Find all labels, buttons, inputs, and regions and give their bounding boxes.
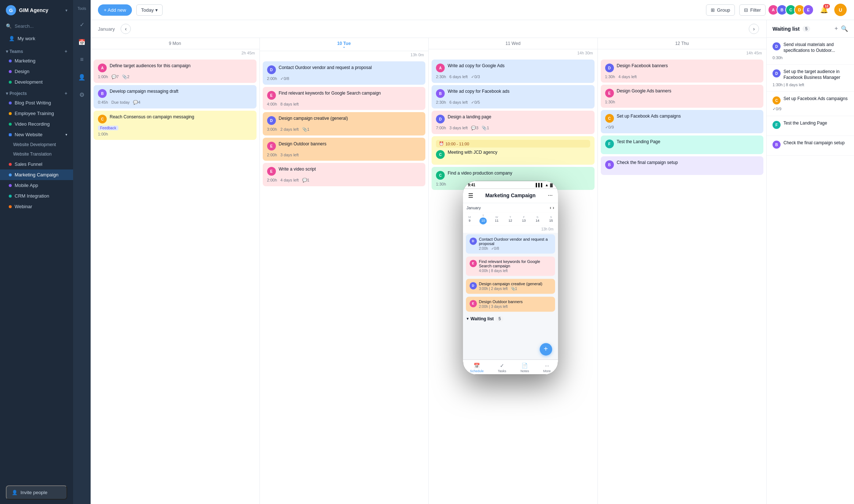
- task-card[interactable]: E Design Google Ads banners 1:30h: [601, 85, 764, 108]
- app-logo[interactable]: G GIM Agency ▾: [0, 0, 73, 20]
- tool-settings-icon[interactable]: ⚙: [76, 89, 88, 100]
- sidebar-item-training[interactable]: Employee Training: [0, 108, 73, 119]
- waiting-card-avatar: D: [773, 69, 781, 77]
- waiting-list-panel: Waiting list 5 + 🔍 D Send visual materia…: [766, 20, 854, 504]
- mobile-cal-next[interactable]: ›: [553, 205, 554, 210]
- task-card[interactable]: E Find relevant keywords for Google Sear…: [263, 87, 426, 110]
- mobile-task-card[interactable]: D Design campaign creative (general) 3:0…: [466, 279, 555, 294]
- mobile-cal-day[interactable]: W 11: [491, 214, 502, 224]
- day-name-thu: 12 Thu: [602, 41, 762, 46]
- video-dot: [9, 123, 12, 126]
- task-card[interactable]: C Set up Facebook Ads campaigns ✓0/9: [601, 110, 764, 133]
- mobile-tab-schedule[interactable]: 📅 Schedule: [470, 363, 484, 373]
- tool-calendar-icon[interactable]: 📅: [76, 36, 88, 48]
- mobile-more-icon[interactable]: ···: [548, 192, 553, 199]
- sidebar-item-blog[interactable]: Blog Post Writing: [0, 98, 73, 108]
- mobile-cal-day[interactable]: T 12: [505, 214, 515, 224]
- waiting-card[interactable]: D Send visual materials and specificatio…: [767, 38, 854, 65]
- mobile-cal-day[interactable]: F 13: [519, 214, 529, 224]
- sidebar-item-my-work[interactable]: 👤 My work: [3, 32, 70, 45]
- task-card[interactable]: E Design Outdoor banners 2:00h 3 days le…: [263, 138, 426, 161]
- sidebar-item-new-website[interactable]: New Website ▾: [0, 129, 73, 140]
- waiting-list-header: Waiting list 5 + 🔍: [767, 20, 854, 38]
- mobile-add-fab[interactable]: +: [540, 343, 552, 355]
- mobile-task-card[interactable]: E Find relevant keywords for Google Sear…: [466, 256, 555, 276]
- cal-prev-button[interactable]: ‹: [121, 24, 131, 34]
- mobile-task-meta: 2:00h ✓0/8: [479, 247, 551, 251]
- tool-user-icon[interactable]: 👤: [76, 71, 88, 83]
- mobile-menu-icon[interactable]: ☰: [468, 192, 473, 199]
- group-button[interactable]: ⊞ Group: [706, 4, 735, 16]
- mobile-task-card[interactable]: D Contact Ourdoor vendor and request a p…: [466, 234, 555, 253]
- waiting-card[interactable]: C Set up Facebook Ads campaigns ✓0/9: [767, 92, 854, 116]
- task-card[interactable]: D Design a landing page 7:00h 3 days lef…: [432, 111, 595, 134]
- mobile-cal-day-today[interactable]: T 10: [478, 214, 488, 224]
- task-card[interactable]: D Design Facebook banners 1:30h 4 days l…: [601, 60, 764, 83]
- teams-section[interactable]: ▾ Teams +: [0, 45, 73, 56]
- tool-check-icon[interactable]: ✓: [76, 19, 88, 30]
- mobile-tab-tasks[interactable]: ✓ Tasks: [498, 363, 506, 373]
- task-card[interactable]: E Write a video script 2:00h 4 days left…: [263, 163, 426, 186]
- sidebar-item-marketing-campaign[interactable]: Marketing Campaign: [0, 169, 73, 180]
- waiting-count-badge: 5: [802, 26, 810, 32]
- sidebar-item-webinar[interactable]: Webinar: [0, 201, 73, 212]
- waiting-card[interactable]: B Check the final campaign setup: [767, 136, 854, 156]
- crm-dot: [9, 195, 12, 198]
- mobile-cal-prev[interactable]: ‹: [550, 205, 551, 210]
- sidebar-item-development[interactable]: Development: [0, 77, 73, 87]
- day-name-tue: 10 Tue: [264, 41, 424, 46]
- sidebar-item-website-trans[interactable]: Website Translation: [0, 149, 73, 159]
- teams-add-icon[interactable]: +: [65, 49, 67, 54]
- calendar-area: January ‹ › 9 Mon 2h 45m: [91, 20, 854, 504]
- task-card[interactable]: B Develop campaign messaging draft 0:45h…: [94, 85, 257, 108]
- task-card[interactable]: A Define target audiences for this campa…: [94, 60, 257, 83]
- mobile-tab-more[interactable]: ··· More: [543, 363, 551, 373]
- sidebar-item-crm[interactable]: CRM Integration: [0, 191, 73, 201]
- task-card[interactable]: B Write ad copy for Facebook ads 2:30h 6…: [432, 85, 595, 108]
- waiting-card[interactable]: F Test the Landing Page: [767, 116, 854, 136]
- sidebar-item-mobile[interactable]: Mobile App: [0, 180, 73, 191]
- cal-next-button[interactable]: ›: [749, 24, 759, 34]
- day-header-thu: 12 Thu: [598, 38, 767, 49]
- add-new-button[interactable]: + Add new: [98, 4, 132, 16]
- projects-section[interactable]: ▾ Projects +: [0, 87, 73, 98]
- filter-button[interactable]: ⊟ Filter: [739, 4, 766, 16]
- waiting-card[interactable]: D Set up the target audience in Facebook…: [767, 65, 854, 92]
- task-title: Design Outdoor banners: [279, 141, 327, 147]
- sidebar-item-marketing[interactable]: Marketing: [0, 56, 73, 66]
- mobile-tab-notes[interactable]: 📄 Notes: [520, 363, 529, 373]
- sidebar-item-video[interactable]: Video Recording: [0, 119, 73, 129]
- mobile-cal-day[interactable]: S 15: [546, 214, 556, 224]
- sidebar-item-design[interactable]: Design: [0, 66, 73, 77]
- task-title: Write ad copy for Google Ads: [448, 63, 505, 69]
- task-card[interactable]: ⏰ 10:00 - 11:00 C Meeting with JCD agenc…: [432, 136, 595, 165]
- notifications-button[interactable]: 🔔 12: [818, 4, 830, 16]
- training-dot: [9, 112, 12, 115]
- projects-add-icon[interactable]: +: [65, 91, 67, 96]
- user-avatar[interactable]: U: [834, 4, 847, 16]
- mobile-cal-day[interactable]: S 14: [532, 214, 543, 224]
- waiting-add-icon[interactable]: +: [835, 25, 838, 32]
- new-website-chevron: ▾: [65, 133, 67, 137]
- task-card[interactable]: D Design campaign creative (general) 3:0…: [263, 112, 426, 135]
- task-card[interactable]: C Reach Consensus on campaign messaging …: [94, 111, 257, 140]
- sidebar-item-website-dev[interactable]: Website Development: [0, 140, 73, 149]
- task-card[interactable]: D Contact Ourdoor vendor and request a p…: [263, 61, 426, 85]
- tasks-icon: ✓: [500, 363, 504, 369]
- mobile-task-card[interactable]: E Design Outdoor banners 2:00h | 3 days …: [466, 297, 555, 312]
- tool-list-icon[interactable]: ≡: [76, 54, 88, 65]
- mobile-title: Marketing Campaign: [485, 192, 536, 198]
- task-card[interactable]: A Write ad copy for Google Ads 2:30h 6 d…: [432, 60, 595, 83]
- search-bar[interactable]: 🔍 Search...: [0, 20, 73, 32]
- sidebar-item-sales[interactable]: Sales Funnel: [0, 159, 73, 169]
- mobile-cal-day[interactable]: M 9: [464, 214, 475, 224]
- today-button[interactable]: Today ▾: [136, 4, 163, 16]
- task-card[interactable]: B Check the final campaign setup: [601, 156, 764, 175]
- waiting-search-icon[interactable]: 🔍: [841, 25, 848, 32]
- task-card[interactable]: F Test the Landing Page: [601, 135, 764, 154]
- day-name-mon: 9 Mon: [95, 41, 255, 46]
- day-cards-tue: D Contact Ourdoor vendor and request a p…: [260, 58, 429, 189]
- invite-people-button[interactable]: 👤 Invite people: [6, 485, 67, 500]
- task-title: Meeting with JCD agency: [448, 150, 497, 156]
- crm-label: CRM Integration: [15, 193, 49, 199]
